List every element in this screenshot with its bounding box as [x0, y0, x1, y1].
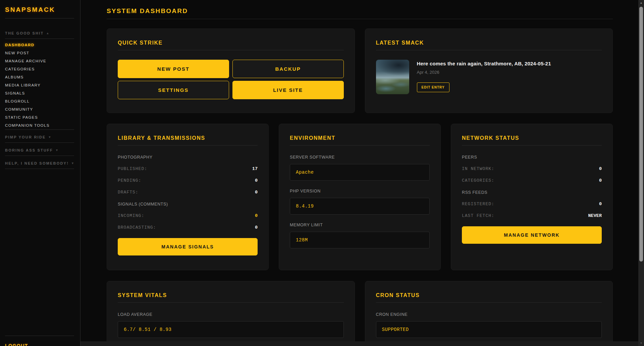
sidebar-item-new-post[interactable]: NEW POST — [5, 49, 74, 57]
card-title: NETWORK STATUS — [462, 135, 602, 141]
sidebar-section-pimp-your-ride[interactable]: PIMP YOUR RIDE ▼ — [5, 133, 74, 141]
manage-network-button[interactable]: MANAGE NETWORK — [462, 226, 602, 244]
card-title: QUICK STRIKE — [118, 40, 344, 46]
stat-row-last-fetch: LAST FETCH: NEVER — [462, 214, 602, 218]
system-vitals-card: SYSTEM VITALS LOAD AVERAGE 6.7/ 8.51 / 8… — [107, 281, 355, 346]
dashboard-row-1: QUICK STRIKE NEW POST BACKUP SETTINGS LI… — [107, 28, 613, 113]
caret-down-icon: ▼ — [55, 146, 58, 154]
sidebar-item-manage-archive[interactable]: MANAGE ARCHIVE — [5, 57, 74, 65]
sidebar-item-community[interactable]: COMMUNITY — [5, 105, 74, 113]
sidebar-section-label: HELP, I NEED SOMEBODY! — [5, 159, 69, 167]
stat-row-published: PUBLISHED: 17 — [118, 167, 258, 171]
live-site-button[interactable]: LIVE SITE — [232, 81, 344, 99]
sidebar-item-albums[interactable]: ALBUMS — [5, 73, 74, 81]
php-version-field: PHP VERSION 8.4.19 — [290, 189, 430, 215]
stat-label: IN NETWORK: — [462, 167, 494, 171]
stat-row-categories: CATEGORIES: 0 — [462, 178, 602, 183]
card-divider — [118, 50, 344, 50]
vertical-scrollbar[interactable]: ▲ ▼ — [638, 0, 644, 346]
signals-group-label: SIGNALS (COMMENTS) — [118, 202, 258, 207]
stat-value: 17 — [252, 167, 258, 171]
cron-engine-field: CRON ENGINE SUPPORTED — [376, 312, 602, 338]
scroll-up-arrow-icon[interactable]: ▲ — [638, 0, 644, 6]
card-title: LATEST SMACK — [376, 40, 602, 46]
stat-label: CATEGORIES: — [462, 178, 494, 183]
quick-strike-buttons: NEW POST BACKUP SETTINGS LIVE SITE — [118, 60, 344, 99]
sidebar-item-signals[interactable]: SIGNALS — [5, 89, 74, 97]
stat-value: 0 — [255, 190, 258, 195]
cron-status-card: CRON STATUS CRON ENGINE SUPPORTED — [365, 281, 613, 346]
new-post-button[interactable]: NEW POST — [118, 60, 229, 78]
sidebar-item-blogroll[interactable]: BLOGROLL — [5, 97, 74, 105]
stat-value: 0 — [255, 225, 258, 230]
logout-area: LOGOUT — [5, 336, 74, 346]
sidebar-section-label: BORING ASS STUFF — [5, 146, 53, 154]
stat-row-incoming: INCOMING: 0 — [118, 214, 258, 218]
server-software-value: Apache — [290, 164, 430, 181]
stat-row-broadcasting: BROADCASTING: 0 — [118, 225, 258, 230]
stat-label: PUBLISHED: — [118, 167, 147, 171]
stat-value: 0 — [599, 202, 602, 207]
page-title-divider — [107, 19, 613, 19]
sidebar-divider — [5, 142, 74, 143]
latest-post: Here comes the rain again, Strathmore, A… — [376, 60, 602, 94]
field-label: CRON ENGINE — [376, 312, 602, 317]
sidebar-item-categories[interactable]: CATEGORIES — [5, 65, 74, 73]
latest-post-title: Here comes the rain again, Strathmore, A… — [417, 61, 551, 66]
latest-smack-card: LATEST SMACK Here comes the rain again, … — [365, 28, 613, 113]
backup-button[interactable]: BACKUP — [232, 60, 344, 78]
sidebar-section-label: THE GOOD SHIT — [5, 29, 44, 37]
stat-row-registered: REGISTERED: 0 — [462, 202, 602, 207]
app-logo[interactable]: SNAPSMACK — [5, 6, 74, 13]
card-divider — [118, 302, 344, 303]
rss-group-label: RSS FEEDS — [462, 190, 602, 195]
sidebar-section-the-good-shit[interactable]: THE GOOD SHIT ▲ — [5, 29, 74, 37]
library-transmissions-card: LIBRARY & TRANSMISSIONS PHOTOGRAPHY PUBL… — [107, 124, 269, 270]
card-divider — [118, 145, 258, 146]
settings-button[interactable]: SETTINGS — [118, 81, 229, 99]
sidebar-item-static-pages[interactable]: STATIC PAGES — [5, 113, 74, 121]
stat-label: PENDING: — [118, 178, 141, 183]
server-software-field: SERVER SOFTWARE Apache — [290, 155, 430, 181]
environment-card: ENVIRONMENT SERVER SOFTWARE Apache PHP V… — [279, 124, 441, 270]
stat-label: REGISTERED: — [462, 202, 494, 207]
horizontal-scrollbar-track[interactable] — [80, 341, 638, 346]
manage-signals-button[interactable]: MANAGE SIGNALS — [118, 238, 258, 255]
stat-label: LAST FETCH: — [462, 214, 494, 218]
logout-link[interactable]: LOGOUT — [5, 343, 74, 346]
sidebar-divider — [5, 18, 74, 18]
card-title: SYSTEM VITALS — [118, 292, 344, 298]
sidebar-section-help-i-need-somebody[interactable]: HELP, I NEED SOMEBODY! ▼ — [5, 159, 74, 167]
php-version-value: 8.4.19 — [290, 198, 430, 215]
field-label: SERVER SOFTWARE — [290, 155, 430, 160]
sidebar-item-companion-tools[interactable]: COMPANION TOOLS — [5, 121, 74, 129]
load-average-value: 6.7/ 8.51 / 8.93 — [118, 321, 344, 338]
stat-label: INCOMING: — [118, 214, 144, 218]
card-divider — [290, 145, 430, 146]
scrollbar-thumb[interactable] — [639, 7, 643, 262]
load-average-field: LOAD AVERAGE 6.7/ 8.51 / 8.93 — [118, 312, 344, 338]
memory-limit-field: MEMORY LIMIT 128M — [290, 223, 430, 248]
card-divider — [376, 302, 602, 303]
sidebar-item-dashboard[interactable]: DASHBOARD — [5, 41, 74, 49]
latest-post-info: Here comes the rain again, Strathmore, A… — [417, 60, 551, 94]
card-divider — [462, 145, 602, 146]
sidebar-item-media-library[interactable]: MEDIA LIBRARY — [5, 81, 74, 89]
stat-row-in-network: IN NETWORK: 0 — [462, 167, 602, 171]
app-root: SNAPSMACK THE GOOD SHIT ▲ DASHBOARD NEW … — [0, 0, 644, 346]
scroll-down-arrow-icon[interactable]: ▼ — [638, 340, 644, 346]
stat-row-drafts: DRAFTS: 0 — [118, 190, 258, 195]
sidebar-section-boring-ass-stuff[interactable]: BORING ASS STUFF ▼ — [5, 146, 74, 154]
caret-down-icon: ▼ — [48, 133, 51, 141]
dashboard-row-2: LIBRARY & TRANSMISSIONS PHOTOGRAPHY PUBL… — [107, 124, 613, 270]
sidebar-divider — [5, 129, 74, 130]
field-label: LOAD AVERAGE — [118, 312, 344, 317]
peers-group-label: PEERS — [462, 155, 602, 160]
sidebar-divider — [5, 39, 74, 39]
edit-entry-button[interactable]: EDIT ENTRY — [417, 82, 449, 92]
sidebar-divider — [5, 169, 74, 169]
stat-value: 0 — [599, 178, 602, 183]
card-divider — [376, 50, 602, 50]
main-content: SYSTEM DASHBOARD QUICK STRIKE NEW POST B… — [80, 0, 638, 346]
stat-label: BROADCASTING: — [118, 225, 156, 230]
